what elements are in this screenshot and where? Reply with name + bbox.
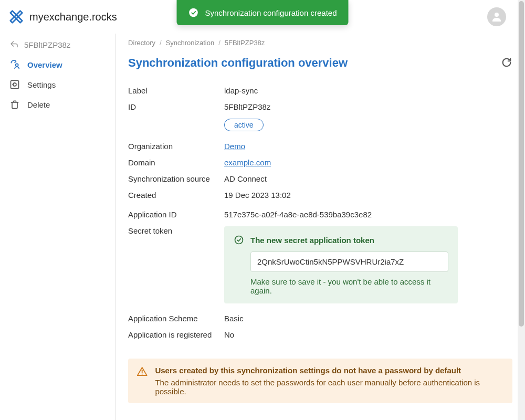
- scrollbar-thumb[interactable]: [519, 1, 524, 327]
- warning-triangle-icon: [136, 366, 148, 377]
- detail-value: No: [224, 330, 512, 339]
- svg-point-5: [235, 236, 243, 244]
- detail-row-secret: Secret token The new secret application …: [128, 223, 512, 307]
- check-circle-outline-icon: [234, 235, 244, 245]
- svg-point-4: [13, 83, 16, 86]
- secret-token-notice: The new secret application token 2QnkSrU…: [224, 226, 458, 303]
- sidebar-item-label: Delete: [27, 100, 50, 109]
- refresh-icon: [501, 57, 512, 68]
- detail-row-domain: Domain example.com: [128, 154, 512, 171]
- detail-key: Label: [128, 86, 224, 95]
- sidebar-back[interactable]: 5FBltPZP38z: [0, 36, 115, 55]
- detail-row-label: Label ldap-sync: [128, 82, 512, 99]
- detail-value: Basic: [224, 314, 512, 323]
- status-badge: active: [224, 119, 264, 131]
- success-toast: Synchronization configuration created: [177, 0, 349, 25]
- sidebar-item-label: Settings: [27, 80, 56, 89]
- breadcrumb-separator: /: [160, 39, 162, 47]
- toast-message: Synchronization configuration created: [205, 8, 337, 17]
- sidebar-entity-id: 5FBltPZP38z: [24, 40, 70, 49]
- sidebar-item-label: Overview: [27, 60, 62, 69]
- detail-value: 517e375c-a02f-4a8e-ae8d-539ba39c3e82: [224, 210, 512, 219]
- detail-key: Application ID: [128, 210, 224, 219]
- detail-key: ID: [128, 102, 224, 111]
- detail-key: Domain: [128, 158, 224, 167]
- detail-row-created: Created 19 Dec 2023 13:02: [128, 187, 512, 203]
- svg-point-2: [16, 64, 18, 66]
- settings-app-icon: [9, 79, 20, 90]
- brand-logo-icon: [8, 9, 24, 25]
- detail-row-id: ID 5FBltPZP38z: [128, 99, 512, 115]
- password-warning-alert: Users created by this synchronization se…: [128, 359, 512, 403]
- person-icon: [490, 10, 503, 23]
- detail-row-source: Synchronization source AD Connect: [128, 171, 512, 187]
- breadcrumb: Directory / Synchronization / 5FBltPZP38…: [128, 39, 512, 47]
- brand-group[interactable]: myexchange.rocks: [8, 9, 117, 25]
- breadcrumb-item[interactable]: Directory: [128, 39, 155, 47]
- svg-point-1: [189, 8, 198, 17]
- breadcrumb-item[interactable]: Synchronization: [166, 39, 215, 47]
- svg-point-0: [495, 13, 499, 17]
- brand-name: myexchange.rocks: [29, 11, 117, 23]
- sidebar-item-settings[interactable]: Settings: [0, 75, 115, 94]
- page-title: Synchronization configuration overview: [128, 56, 348, 70]
- detail-row-appid: Application ID 517e375c-a02f-4a8e-ae8d-5…: [128, 206, 512, 223]
- page-scrollbar[interactable]: [518, 0, 525, 420]
- trash-icon: [9, 99, 20, 110]
- alert-title: Users created by this synchronization se…: [155, 366, 504, 375]
- detail-row-status: active: [128, 115, 512, 135]
- sidebar-item-overview[interactable]: Overview: [0, 55, 115, 75]
- detail-row-scheme: Application Scheme Basic: [128, 310, 512, 327]
- refresh-button[interactable]: [501, 57, 512, 70]
- back-arrow-icon: [9, 40, 19, 49]
- detail-row-registered: Application is registered No: [128, 327, 512, 343]
- user-avatar[interactable]: [487, 7, 506, 26]
- svg-point-7: [142, 373, 143, 374]
- detail-key: Synchronization source: [128, 174, 224, 183]
- detail-value: 19 Dec 2023 13:02: [224, 191, 512, 200]
- breadcrumb-item: 5FBltPZP38z: [225, 39, 265, 47]
- organization-link[interactable]: Demo: [224, 142, 245, 151]
- detail-key: Application is registered: [128, 330, 224, 339]
- sidebar: 5FBltPZP38z Overview Settings Delet: [0, 34, 116, 420]
- main-content: Directory / Synchronization / 5FBltPZP38…: [116, 34, 525, 420]
- domain-link[interactable]: example.com: [224, 158, 271, 167]
- svg-rect-3: [11, 81, 19, 89]
- detail-key: Application Scheme: [128, 314, 224, 323]
- token-value-field[interactable]: 2QnkSrUwoCtin5kN5PPWSVHRUr2ia7xZ: [250, 251, 448, 272]
- detail-key: Secret token: [128, 226, 224, 235]
- sidebar-item-delete[interactable]: Delete: [0, 94, 115, 114]
- breadcrumb-separator: /: [218, 39, 220, 47]
- token-help-text: Make sure to save it - you won't be able…: [250, 277, 448, 295]
- detail-row-organization: Organization Demo: [128, 138, 512, 154]
- detail-value: AD Connect: [224, 174, 512, 183]
- token-title: The new secret application token: [250, 236, 374, 245]
- detail-key: Organization: [128, 142, 224, 151]
- sync-user-icon: [9, 59, 20, 70]
- detail-value: ldap-sync: [224, 86, 512, 95]
- detail-value: 5FBltPZP38z: [224, 102, 512, 111]
- detail-key: Created: [128, 191, 224, 200]
- check-circle-icon: [188, 7, 199, 18]
- alert-body: The administrator needs to set the passw…: [155, 378, 504, 396]
